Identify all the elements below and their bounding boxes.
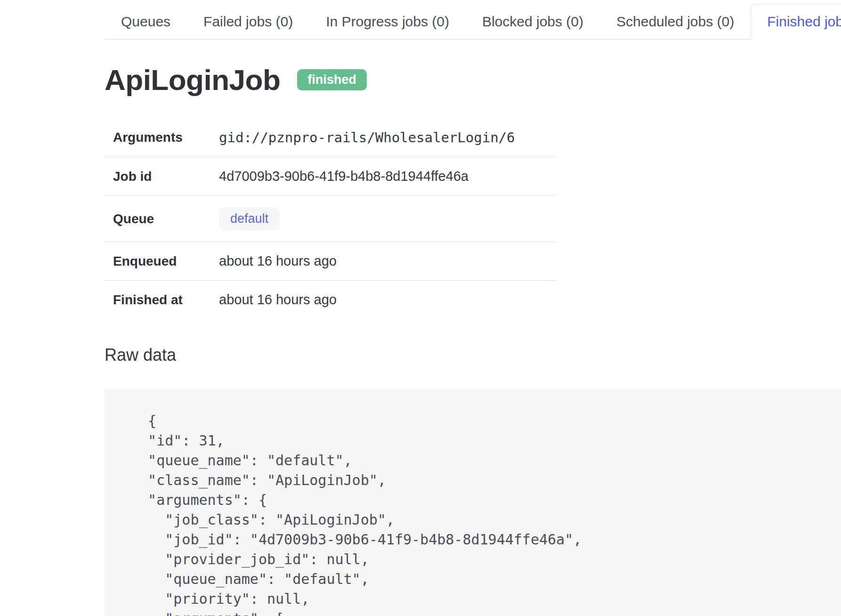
raw-data-heading: Raw data <box>105 345 841 365</box>
table-row: Job id4d7009b3-90b6-41f9-b4b8-8d1944ffe4… <box>105 157 557 196</box>
field-label: Arguments <box>105 118 210 157</box>
field-value: about 16 hours ago <box>210 281 557 319</box>
queue-badge[interactable]: default <box>219 207 280 230</box>
table-row: Argumentsgid://pznpro-rails/WholesalerLo… <box>105 118 557 157</box>
status-badge: finished <box>297 69 367 90</box>
field-label: Queue <box>105 196 210 242</box>
tab-in-progress-jobs[interactable]: In Progress jobs (0) <box>309 4 466 40</box>
title-row: ApiLoginJob finished <box>105 63 841 97</box>
tab-queues[interactable]: Queues <box>105 4 187 40</box>
raw-data-json: { "id": 31, "queue_name": "default", "cl… <box>105 389 841 616</box>
tab-blocked-jobs[interactable]: Blocked jobs (0) <box>466 4 600 40</box>
field-label: Enqueued <box>105 242 210 281</box>
page-title: ApiLoginJob <box>105 63 280 97</box>
field-value: 4d7009b3-90b6-41f9-b4b8-8d1944ffe46a <box>210 157 557 196</box>
field-value: default <box>210 196 557 242</box>
field-label: Job id <box>105 157 210 196</box>
table-row: Queuedefault <box>105 196 557 242</box>
field-value: gid://pznpro-rails/WholesalerLogin/6 <box>210 118 557 157</box>
table-row: Finished atabout 16 hours ago <box>105 281 557 319</box>
table-row: Enqueuedabout 16 hours ago <box>105 242 557 281</box>
tab-bar: QueuesFailed jobs (0)In Progress jobs (0… <box>105 4 841 40</box>
job-details-table: Argumentsgid://pznpro-rails/WholesalerLo… <box>105 118 557 319</box>
field-value: about 16 hours ago <box>210 242 557 281</box>
tab-scheduled-jobs[interactable]: Scheduled jobs (0) <box>600 4 751 40</box>
page-container: QueuesFailed jobs (0)In Progress jobs (0… <box>105 4 841 616</box>
tab-finished-jobs[interactable]: Finished jobs <box>751 4 841 40</box>
field-label: Finished at <box>105 281 210 319</box>
raw-data-block: { "id": 31, "queue_name": "default", "cl… <box>105 389 841 616</box>
job-details-body: Argumentsgid://pznpro-rails/WholesalerLo… <box>105 118 557 319</box>
tab-failed-jobs[interactable]: Failed jobs (0) <box>187 4 309 40</box>
